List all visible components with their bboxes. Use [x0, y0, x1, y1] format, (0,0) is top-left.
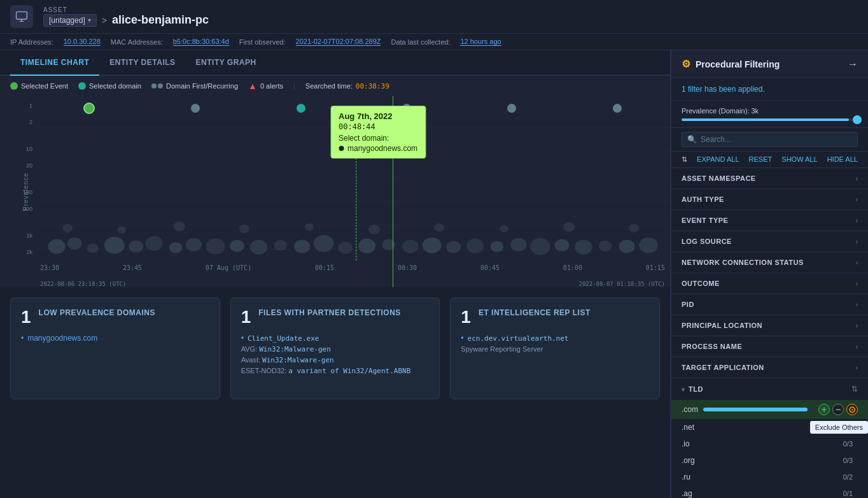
section-header-network-connection[interactable]: NETWORK CONNECTION STATUS ›: [671, 252, 868, 273]
section-header-log-source[interactable]: LOG SOURCE ›: [671, 231, 868, 252]
tld-item-io: .io 0/3: [671, 436, 868, 452]
tld-exclude-btn-com[interactable]: −: [832, 404, 844, 415]
x-axis-bottom: 2022-08-06 23:18:35 (UTC) 2022-08-07 01:…: [35, 281, 670, 287]
section-asset-namespace: ASSET NAMESPACE ›: [671, 168, 868, 189]
filter-search-box[interactable]: 🔍: [682, 132, 858, 147]
card-files-partner: 1 FILES WITH PARTNER DETECTIONS Client_U…: [230, 297, 440, 399]
section-header-auth-type[interactable]: AUTH TYPE ›: [671, 189, 868, 210]
svg-point-19: [294, 240, 310, 253]
y-label-1k: 1k: [3, 232, 32, 239]
last-collected-value[interactable]: 12 hours ago: [460, 38, 501, 46]
filter-sections: ASSET NAMESPACE › AUTH TYPE › EVENT TYPE…: [671, 168, 868, 498]
tld-label-ru: .ru: [682, 473, 690, 481]
legend-domain-first: Domain First/Recurring: [151, 82, 238, 90]
chart-dot-1[interactable]: [191, 104, 200, 113]
section-header-asset-namespace[interactable]: ASSET NAMESPACE ›: [671, 168, 868, 189]
asset-label: ASSET: [43, 6, 209, 13]
x-bottom-right: 2022-08-07 01:18:35 (UTC): [579, 281, 665, 287]
filter-search-input[interactable]: [701, 135, 852, 144]
card-et-intelligence: 1 ET INTELLIGENCE REP LIST ecn.dev.virtu…: [450, 297, 660, 399]
tld-include-btn-com[interactable]: +: [818, 404, 830, 415]
card-domain-value: manygoodnews.com: [27, 334, 97, 343]
card-item-file[interactable]: Client_Update.exe: [241, 334, 430, 343]
first-observed-value[interactable]: 2021-02-07T02:07:08.289Z: [296, 38, 381, 46]
chart-legend: Selected Event Selected domain Domain Fi…: [0, 76, 670, 96]
y-label-2: 2: [3, 119, 32, 125]
search-time-label: Searched time:: [305, 82, 353, 90]
card-item-domain[interactable]: manygoodnews.com: [21, 334, 209, 343]
card-title-1: LOW PREVALENCE DOMAINS: [39, 308, 155, 318]
section-header-event-type[interactable]: EVENT TYPE ›: [671, 210, 868, 231]
section-header-pid[interactable]: PID ›: [671, 294, 868, 315]
prevalence-filter: Prevalence (Domain): 3k: [671, 101, 868, 128]
x-label-aug07: 07 Aug (UTC): [206, 264, 251, 271]
right-panel-title: Procedural Filtering: [696, 59, 780, 69]
ip-address[interactable]: 10.0.30.228: [64, 38, 101, 46]
chevron-down-icon: ▾: [88, 17, 91, 24]
svg-point-39: [239, 225, 249, 233]
section-header-principal-location[interactable]: PRINCIPAL LOCATION ›: [671, 315, 868, 336]
tld-item-net: .net 0/33 Exclude Others: [671, 419, 868, 436]
chevron-process-name: ›: [856, 343, 858, 350]
legend-alerts: ▲ 0 alerts: [248, 81, 283, 91]
card-count-2: 1: [241, 308, 251, 326]
section-header-process-name[interactable]: PROCESS NAME ›: [671, 336, 868, 357]
chevron-pid: ›: [856, 301, 858, 308]
chart-dot-selected[interactable]: [83, 103, 95, 114]
card-low-prevalence: 1 LOW PREVALENCE DOMAINS manygoodnews.co…: [10, 297, 220, 399]
svg-point-34: [619, 240, 634, 253]
tooltip-date: Aug 7th, 2022: [339, 111, 417, 121]
prevalence-slider-thumb[interactable]: [853, 115, 862, 124]
card-item-et-domain[interactable]: ecn.dev.virtualearth.net: [461, 334, 649, 343]
card-title-2: FILES WITH PARTNER DETECTIONS: [258, 308, 401, 318]
prevalence-slider-bar[interactable]: [682, 118, 858, 121]
card-count-1: 1: [21, 308, 31, 326]
chart-area: Prevalence 1 2 10 20 100 200 1k 2k Aug 7…: [0, 96, 670, 287]
tld-count-ag: 0/1: [843, 490, 853, 497]
x-label-0030: 00:30: [398, 264, 417, 271]
chart-dot-4[interactable]: [613, 104, 622, 113]
show-all-btn[interactable]: SHOW ALL: [781, 155, 817, 164]
expand-all-btn[interactable]: EXPAND ALL: [697, 155, 739, 164]
chart-dot-domain[interactable]: [297, 104, 305, 113]
svg-point-33: [599, 240, 612, 251]
chart-dot-3[interactable]: [507, 104, 516, 113]
section-title-log-source: LOG SOURCE: [682, 238, 732, 245]
tld-count-ru: 0/2: [843, 473, 853, 481]
svg-point-22: [358, 239, 375, 253]
y-label-200: 200: [3, 206, 32, 212]
prevalence-filter-label: Prevalence (Domain): 3k: [682, 107, 858, 115]
svg-point-31: [555, 239, 570, 252]
mac-address[interactable]: b5:0c:8b:30:63:4d: [173, 38, 229, 46]
svg-point-36: [62, 224, 73, 232]
y-axis: 1 2 10 20 100 200 1k 2k: [0, 96, 35, 262]
tld-collapse-icon: ▾: [682, 386, 685, 393]
section-header-target-application[interactable]: TARGET APPLICATION ›: [671, 357, 868, 378]
tld-item-com: .com + − ⊙: [671, 400, 868, 419]
selected-event-label: Selected Event: [21, 82, 68, 90]
svg-point-24: [402, 240, 418, 253]
section-header-outcome[interactable]: OUTCOME ›: [671, 273, 868, 294]
chevron-principal-location: ›: [856, 322, 858, 329]
legend-selected-domain: Selected domain: [78, 82, 141, 90]
tld-reset-btn-com[interactable]: ⊙: [846, 404, 858, 415]
arrow-right-icon[interactable]: →: [848, 59, 858, 70]
svg-point-23: [382, 239, 395, 250]
x-label-0045: 00:45: [480, 264, 500, 271]
section-outcome: OUTCOME ›: [671, 273, 868, 294]
asset-tag-dropdown[interactable]: [untagged] ▾: [43, 14, 97, 27]
tld-sort-icon[interactable]: ⇅: [851, 385, 858, 394]
card-et-subtitle: Spyware Reporting Server: [461, 345, 649, 353]
prevalence-slider-container[interactable]: [682, 118, 858, 121]
tld-count-io: 0/3: [843, 440, 853, 448]
tld-section-header[interactable]: ▾ TLD ⇅: [671, 378, 868, 400]
reset-btn[interactable]: RESET: [749, 155, 773, 164]
hide-all-btn[interactable]: HIDE ALL: [827, 155, 858, 164]
search-time-value: 00:38:39: [356, 82, 389, 90]
tab-entity-graph[interactable]: ENTITY GRAPH: [186, 50, 267, 76]
svg-rect-0: [17, 12, 27, 20]
tld-item-org: .org 0/3: [671, 452, 868, 469]
tab-entity-details[interactable]: ENTITY DETAILS: [99, 50, 185, 76]
filter-actions-bar: ⇅ EXPAND ALL RESET SHOW ALL HIDE ALL: [671, 152, 868, 168]
tab-timeline[interactable]: TIMELINE CHART: [10, 50, 99, 76]
